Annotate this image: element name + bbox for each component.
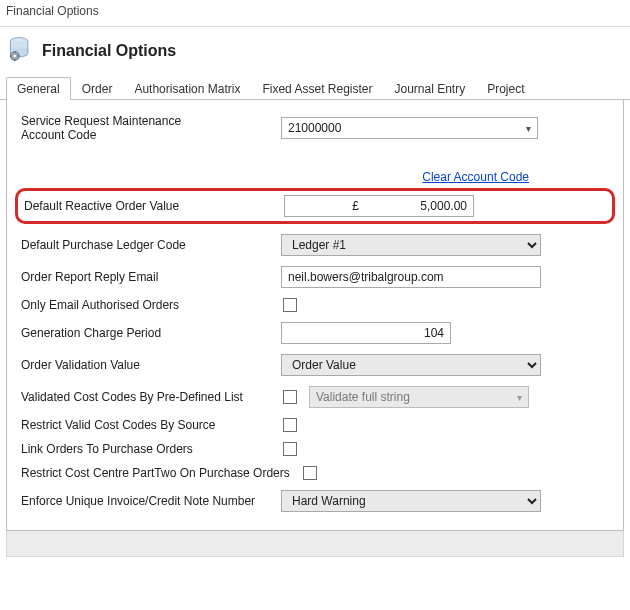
window-title: Financial Options [0, 0, 630, 24]
row-generation-charge-period: Generation Charge Period [21, 322, 609, 344]
order-validation-value-label: Order Validation Value [21, 358, 281, 372]
general-panel: Service Request Maintenance Account Code… [6, 100, 624, 531]
generation-charge-period-label: Generation Charge Period [21, 326, 281, 340]
only-email-authorised-orders-label: Only Email Authorised Orders [21, 298, 281, 312]
header: Financial Options [0, 33, 630, 72]
tab-fixed-asset-register[interactable]: Fixed Asset Register [251, 77, 383, 100]
validated-cost-codes-predefined-checkbox[interactable] [283, 390, 297, 404]
currency-symbol: £ [291, 199, 420, 213]
service-request-account-code-combo[interactable]: 21000000 ▾ [281, 117, 538, 139]
row-enforce-unique-invoice: Enforce Unique Invoice/Credit Note Numbe… [21, 490, 609, 512]
clear-account-code-link[interactable]: Clear Account Code [422, 170, 529, 184]
chevron-down-icon: ▾ [517, 392, 522, 403]
row-restrict-valid-cost-codes-by-source: Restrict Valid Cost Codes By Source [21, 418, 609, 432]
validate-full-string-select: Validate full string ▾ [309, 386, 529, 408]
svg-point-2 [13, 55, 16, 58]
combo-value: 21000000 [288, 121, 341, 135]
restrict-cost-centre-pt2-label: Restrict Cost Centre PartTwo On Purchase… [21, 466, 301, 480]
default-reactive-order-value-input[interactable]: £ 5,000.00 [284, 195, 474, 217]
numeric-value: 5,000.00 [420, 199, 467, 213]
page-title: Financial Options [42, 42, 176, 60]
service-request-account-code-label: Service Request Maintenance Account Code [21, 114, 281, 142]
row-link-orders-to-purchase-orders: Link Orders To Purchase Orders [21, 442, 609, 456]
only-email-authorised-orders-checkbox[interactable] [283, 298, 297, 312]
clear-account-code-row: Clear Account Code [21, 170, 529, 184]
label-line-2: Account Code [21, 128, 96, 142]
row-order-validation-value: Order Validation Value Order Value [21, 354, 609, 376]
highlight-default-reactive-order-value: Default Reactive Order Value £ 5,000.00 [15, 188, 615, 224]
row-order-report-reply-email: Order Report Reply Email [21, 266, 609, 288]
database-gear-icon [6, 35, 34, 66]
link-orders-to-purchase-orders-checkbox[interactable] [283, 442, 297, 456]
restrict-cost-centre-pt2-checkbox[interactable] [303, 466, 317, 480]
link-orders-to-purchase-orders-label: Link Orders To Purchase Orders [21, 442, 281, 456]
order-report-reply-email-input[interactable] [281, 266, 541, 288]
default-purchase-ledger-code-label: Default Purchase Ledger Code [21, 238, 281, 252]
tab-authorisation-matrix[interactable]: Authorisation Matrix [123, 77, 251, 100]
chevron-down-icon: ▾ [526, 123, 531, 134]
divider [0, 26, 630, 27]
disabled-select-value: Validate full string [316, 390, 410, 404]
order-report-reply-email-label: Order Report Reply Email [21, 270, 281, 284]
order-validation-value-select[interactable]: Order Value [281, 354, 541, 376]
generation-charge-period-input[interactable] [281, 322, 451, 344]
default-reactive-order-value-label: Default Reactive Order Value [24, 199, 284, 213]
tab-general[interactable]: General [6, 77, 71, 100]
validated-cost-codes-predefined-label: Validated Cost Codes By Pre-Defined List [21, 390, 281, 404]
enforce-unique-invoice-label: Enforce Unique Invoice/Credit Note Numbe… [21, 494, 281, 508]
restrict-valid-cost-codes-by-source-checkbox[interactable] [283, 418, 297, 432]
tab-bar: General Order Authorisation Matrix Fixed… [0, 76, 630, 100]
row-restrict-cost-centre-pt2: Restrict Cost Centre PartTwo On Purchase… [21, 466, 609, 480]
row-default-reactive-order-value: Default Reactive Order Value £ 5,000.00 [24, 195, 606, 217]
default-purchase-ledger-code-select[interactable]: Ledger #1 [281, 234, 541, 256]
row-default-purchase-ledger-code: Default Purchase Ledger Code Ledger #1 [21, 234, 609, 256]
row-only-email-authorised-orders: Only Email Authorised Orders [21, 298, 609, 312]
row-service-request-account-code: Service Request Maintenance Account Code… [21, 114, 609, 142]
tab-project[interactable]: Project [476, 77, 535, 100]
tab-journal-entry[interactable]: Journal Entry [383, 77, 476, 100]
row-validated-cost-codes-predefined: Validated Cost Codes By Pre-Defined List… [21, 386, 609, 408]
restrict-valid-cost-codes-by-source-label: Restrict Valid Cost Codes By Source [21, 418, 281, 432]
tab-order[interactable]: Order [71, 77, 124, 100]
label-line-1: Service Request Maintenance [21, 114, 181, 128]
enforce-unique-invoice-select[interactable]: Hard Warning [281, 490, 541, 512]
footer-strip [6, 531, 624, 557]
